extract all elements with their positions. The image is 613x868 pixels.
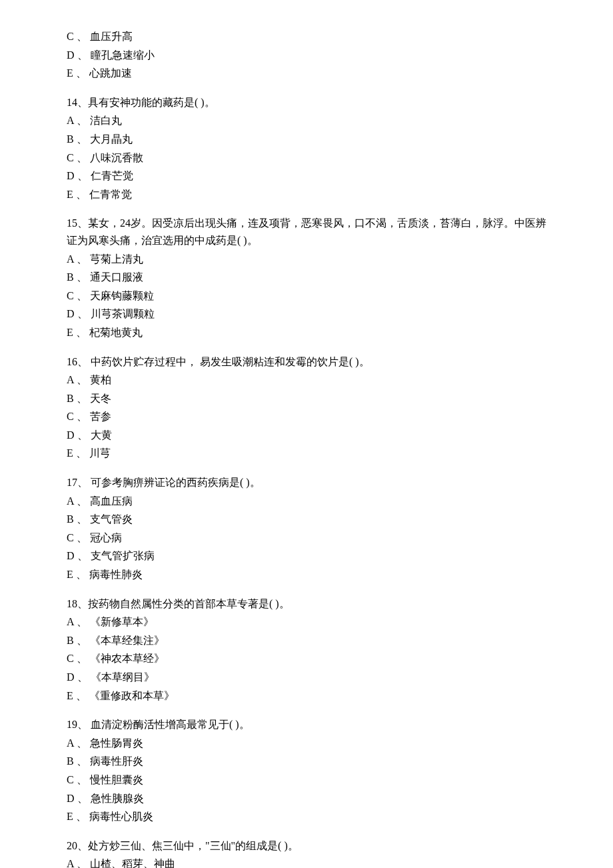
option-item: C 、 天麻钩藤颗粒	[67, 287, 546, 305]
option-item: D 、 急性胰腺炎	[67, 790, 546, 807]
option-item: D 、 瞳孔急速缩小	[67, 47, 546, 64]
option-item: E 、 《重修政和本草》	[67, 687, 546, 705]
option-item: B 、 病毒性肝炎	[67, 753, 546, 770]
option-item: E 、 病毒性心肌炎	[67, 808, 546, 825]
question-14: 14、具有安神功能的藏药是( )。 A 、 洁白丸 B 、 大月晶丸 C 、 八…	[67, 94, 546, 203]
option-item: E 、 杞菊地黄丸	[67, 324, 546, 341]
question-text: 16、 中药饮片贮存过程中， 易发生吸潮粘连和发霉的饮片是( )。	[67, 353, 546, 371]
option-item: C 、 八味沉香散	[67, 149, 546, 167]
option-item: B 、 天冬	[67, 390, 546, 407]
option-item: A 、 芎菊上清丸	[67, 251, 546, 268]
option-item: E 、 病毒性肺炎	[67, 566, 546, 583]
option-item: C 、 慢性胆囊炎	[67, 771, 546, 789]
partial-options-top: C 、 血压升高 D 、 瞳孔急速缩小 E 、 心跳加速	[67, 28, 546, 82]
question-19: 19、 血清淀粉酶活性增高最常见于( )。 A 、 急性肠胃炎 B 、 病毒性肝…	[67, 716, 546, 825]
question-text: 18、按药物自然属性分类的首部本草专著是( )。	[67, 595, 546, 613]
question-text: 20、处方炒三仙、焦三仙中，"三仙"的组成是( )。	[67, 837, 546, 855]
option-item: D 、 《本草纲目》	[67, 669, 546, 686]
option-item: A 、 高血压病	[67, 493, 546, 510]
option-item: B 、 大月晶丸	[67, 131, 546, 148]
option-item: A 、 黄柏	[67, 371, 546, 389]
question-text: 17、 可参考胸痹辨证论的西药疾病是( )。	[67, 474, 546, 491]
option-item: D 、 仁青芒觉	[67, 167, 546, 185]
option-item: E 、 仁青常觉	[67, 186, 546, 203]
question-text: 14、具有安神功能的藏药是( )。	[67, 94, 546, 111]
option-item: D 、 大黄	[67, 427, 546, 444]
question-17: 17、 可参考胸痹辨证论的西药疾病是( )。 A 、 高血压病 B 、 支气管炎…	[67, 474, 546, 583]
option-item: C 、 冠心病	[67, 529, 546, 547]
question-text: 19、 血清淀粉酶活性增高最常见于( )。	[67, 716, 546, 733]
option-item: B 、 支气管炎	[67, 511, 546, 528]
option-item: C 、 血压升高	[67, 28, 546, 45]
option-item: A 、 《新修草本》	[67, 613, 546, 631]
option-item: B 、 通天口服液	[67, 269, 546, 286]
option-item: C 、 苦参	[67, 408, 546, 425]
option-item: D 、 川芎茶调颗粒	[67, 305, 546, 323]
option-item: A 、 洁白丸	[67, 112, 546, 129]
option-item: C 、 《神农本草经》	[67, 650, 546, 667]
question-15: 15、某女，24岁。因受凉后出现头痛，连及项背，恶寒畏风，口不渴，舌质淡，苔薄白…	[67, 215, 546, 341]
question-text: 15、某女，24岁。因受凉后出现头痛，连及项背，恶寒畏风，口不渴，舌质淡，苔薄白…	[67, 215, 546, 249]
option-item: D 、 支气管扩张病	[67, 547, 546, 565]
option-item: E 、 心跳加速	[67, 65, 546, 82]
question-18: 18、按药物自然属性分类的首部本草专著是( )。 A 、 《新修草本》 B 、 …	[67, 595, 546, 705]
option-item: E 、 川芎	[67, 445, 546, 462]
option-item: A 、 急性肠胃炎	[67, 735, 546, 752]
page-number: 3/33	[0, 863, 613, 868]
question-16: 16、 中药饮片贮存过程中， 易发生吸潮粘连和发霉的饮片是( )。 A 、 黄柏…	[67, 353, 546, 463]
option-item: B 、 《本草经集注》	[67, 632, 546, 649]
